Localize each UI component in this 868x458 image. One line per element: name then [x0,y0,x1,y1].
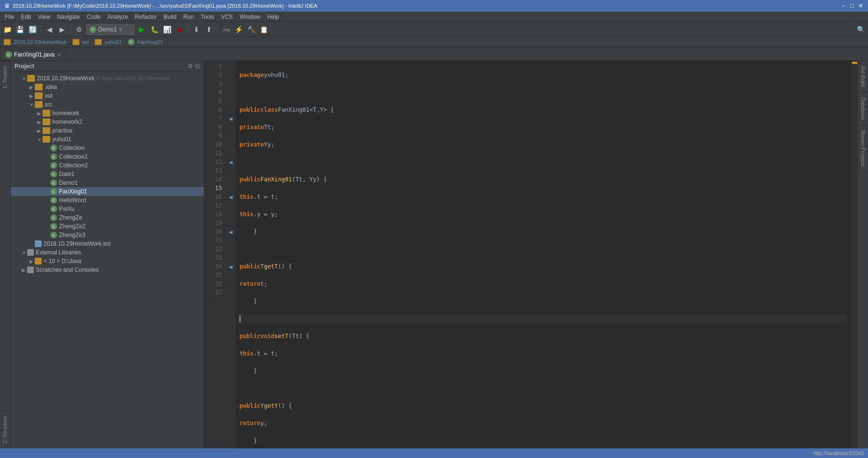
toolbar-forward-btn[interactable]: ▶ [57,24,67,35]
tree-zhengze[interactable]: ▶ C ZhengZe [11,213,204,222]
breadcrumb-file[interactable]: FanXing01 [137,39,163,45]
menu-tools[interactable]: Tools [198,13,217,21]
jdk-arrow: ▶ [28,259,35,264]
code-line-14: } [239,297,847,306]
tab-fanxing01[interactable]: C FanXing01.java ✕ [0,49,66,60]
toolbar-btn3[interactable]: ⚡ [233,24,244,35]
menu-help[interactable]: Help [264,13,282,21]
toolbar-ant-btn[interactable]: 🐜 [221,24,231,35]
tree-paixu-label: PaiXu [59,206,75,212]
tree-collection1-label: Collection1 [59,153,88,160]
menu-file[interactable]: File [2,13,17,21]
editor-content[interactable]: 1 2 3 4 5 6 7 8 9 10 11 12 13 14 [204,61,857,448]
tree-practice[interactable]: ▶ practice [11,126,204,135]
fold-icon-7[interactable]: ◀ [229,116,233,121]
maximize-btn-secondary[interactable]: □ [849,2,855,9]
idea-arrow: ▶ [28,85,35,90]
run-btn[interactable]: ▶ [136,24,147,35]
project-panel: Project ⚙ ⊟ ▾ 2018.10.29HomeWork F:\MyCo… [11,61,204,448]
tree-date1[interactable]: ▶ C Date1 [11,170,204,178]
zhengze-icon: C [50,214,57,221]
breadcrumb-yuhu[interactable]: yuhu01 [105,39,122,45]
tree-fanxing01[interactable]: ▶ C FanXing01 [11,187,204,196]
toolbar-save-btn[interactable]: 💾 [15,24,25,35]
fold-icon-16[interactable]: ◀ [229,194,233,200]
tree-scratches[interactable]: ▶ Scratches and Consoles [11,266,204,274]
menu-refactor[interactable]: Refactor [132,13,160,21]
toolbar-btn2[interactable]: ⬆ [204,24,214,35]
scratch-icon [27,266,34,273]
root-folder-icon [27,75,35,82]
project-gear-btn[interactable]: ⚙ [188,63,193,70]
menu-run[interactable]: Run [180,13,197,21]
structure-tab[interactable]: Z: Structure [0,411,10,448]
tree-zhengze3-label: ZhengZe3 [59,232,86,238]
debug-btn[interactable]: 🐛 [149,24,160,35]
iml-icon [35,240,42,247]
collection2-icon: C [50,162,57,169]
search-everywhere-btn[interactable]: 🔍 [855,24,866,35]
tree-demo1[interactable]: ▶ C Demo1 [11,178,204,187]
breadcrumb-project[interactable]: 2018.10.29HomeWork [14,39,67,45]
toolbar-btn4[interactable]: 🔨 [246,24,256,35]
tree-zhengze2[interactable]: ▶ C ZhengZe2 [11,222,204,231]
tree-homework[interactable]: ▶ homework [11,109,204,118]
tree-root-path: F:\MyCode\2018.10.29HomeW [97,75,170,81]
tree-collection2[interactable]: ▶ C Collection2 [11,161,204,170]
minimize-btn-secondary[interactable]: − [840,2,847,9]
tree-collection[interactable]: ▶ C Collection [11,144,204,152]
project-tab[interactable]: 1: Project [0,61,10,93]
tree-jdk[interactable]: ▶ < 10 > D:\Java [11,257,204,266]
tree-iml[interactable]: ▶ 2018.10.29HomeWork.iml [11,239,204,248]
toolbar-btn5[interactable]: 📋 [258,24,269,35]
tab-label: FanXing01.java [14,51,54,58]
second-window: 🖥 2018.10.29HomeWork [F:\MyCode\2018.10.… [0,0,868,458]
breadcrumb-src[interactable]: src [82,39,90,45]
toolbar: 📁 💾 🔄 ◀ ▶ ⚙ C Demo1 ▾ ▶ 🐛 📊 ■ ⬇ ⬆ 🐜 ⚡ 🔨 [0,22,868,37]
tree-extlib-label: External Libraries [36,249,81,256]
tree-out[interactable]: ▶ out [11,91,204,100]
tree-iml-label: 2018.10.29HomeWork.iml [44,240,111,247]
prac-arrow: ▶ [36,128,43,133]
menu-view[interactable]: View [35,13,53,21]
tree-yuhu01[interactable]: ▾ yuhu01 [11,135,204,144]
prac-folder-icon [43,127,50,134]
project-layout-btn[interactable]: ⊟ [195,63,200,70]
fold-icon-12[interactable]: ◀ [229,160,233,165]
toolbar-structure-btn[interactable]: ⚙ [74,24,84,35]
database-tab[interactable]: Database [858,92,868,125]
ant-build-tab[interactable]: Ant Build [858,61,868,92]
tree-date1-label: Date1 [59,171,75,177]
menu-vcs[interactable]: VCS [218,13,236,21]
toolbar-back-btn[interactable]: ◀ [44,24,55,35]
coverage-btn[interactable]: 📊 [162,24,172,35]
menu-window[interactable]: Window [237,13,263,21]
code-editor[interactable]: package yuhu01; public class FanXing01<T… [236,61,851,448]
menu-edit[interactable]: Edit [18,13,34,21]
run-config-selector[interactable]: C Demo1 ▾ [86,24,135,35]
tree-idea[interactable]: ▶ .idea [11,83,204,91]
tree-helloword[interactable]: ▶ C HelloWord [11,196,204,205]
menu-analyze[interactable]: Analyze [105,13,131,21]
tab-close-btn[interactable]: ✕ [57,52,61,58]
toolbar-btn1[interactable]: ⬇ [191,24,202,35]
menu-build[interactable]: Build [161,13,180,21]
toolbar-sync-btn[interactable]: 🔄 [27,24,38,35]
tree-external-libs[interactable]: ▾ External Libraries [11,248,204,257]
tree-paixu[interactable]: ▶ C PaiXu [11,205,204,213]
fold-icon-20[interactable]: ◀ [229,229,233,235]
hw2-folder-icon [43,118,50,125]
tree-zhengze-label: ZhengZe [59,214,82,221]
fold-icon-24[interactable]: ◀ [229,264,233,269]
tree-homework2[interactable]: ▶ homework2 [11,118,204,126]
maven-tab[interactable]: Maven Projects [858,125,868,172]
tree-zhengze3[interactable]: ▶ C ZhengZe3 [11,231,204,239]
tree-root[interactable]: ▾ 2018.10.29HomeWork F:\MyCode\2018.10.2… [11,74,204,83]
close-btn-secondary[interactable]: ✕ [857,2,864,9]
tree-collection1[interactable]: ▶ C Collection1 [11,152,204,161]
toolbar-open-btn[interactable]: 📁 [2,24,13,35]
menu-code[interactable]: Code [84,13,104,21]
stop-btn[interactable]: ■ [174,24,185,35]
menu-navigate[interactable]: Navigate [54,13,83,21]
tree-src[interactable]: ▾ src [11,100,204,109]
